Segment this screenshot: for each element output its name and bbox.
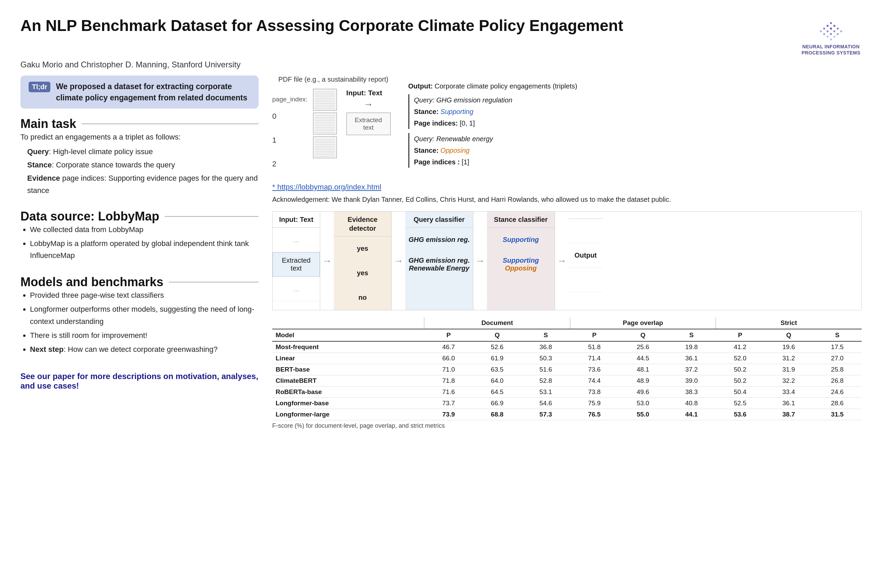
pipeline-input-col: Input: Text ... Extracted text <box>273 212 320 310</box>
col-model <box>272 317 424 329</box>
pipeline-stance-cells: Supporting Supporting Opposing <box>487 228 555 310</box>
col-header-page-s: S <box>667 329 716 341</box>
table-row: BERT-base71.063.551.673.648.137.250.231.… <box>272 364 862 375</box>
table-cell-0-9: 17.5 <box>813 341 862 353</box>
pipeline-evidence-col: Evidence detector yes yes no <box>334 212 392 310</box>
header-row: An NLP Benchmark Dataset for Assessing C… <box>20 16 862 56</box>
table-cell-1-4: 71.4 <box>570 353 619 364</box>
top-right-area: PDF file (e.g., a sustainability report)… <box>272 75 862 176</box>
query-text: : High-level climate policy issue <box>49 147 153 156</box>
table-cell-4-5: 49.6 <box>619 387 667 398</box>
table-cell-1-6: 36.1 <box>667 353 716 364</box>
query-ghg-1: GHG emission reg. <box>408 256 470 264</box>
table-cell-6-4: 76.5 <box>570 409 619 420</box>
table-row: Linear66.061.950.371.444.536.152.031.227… <box>272 353 862 364</box>
table-cell-0-1: 46.7 <box>424 341 473 353</box>
evidence-label: Evidence <box>27 174 60 182</box>
table-cell-2-4: 73.6 <box>570 364 619 375</box>
page-index-col: page_index: 0 1 2 <box>272 89 308 176</box>
table-caption: F-score (%) for document-level, page ove… <box>272 422 862 429</box>
svg-point-1 <box>826 25 829 27</box>
pipeline-query-col: Query classifier GHG emission reg. GHG e… <box>405 212 473 310</box>
table-cell-0-2: 52.6 <box>473 341 522 353</box>
table-cell-6-5: 55.0 <box>619 409 667 420</box>
output-item1-query-text: GHG emission regulation <box>435 96 513 104</box>
pipeline-query-row1: GHG emission reg. Renewable Energy <box>405 252 473 277</box>
pdf-page-1 <box>313 112 337 134</box>
pipeline-input-row2: ... <box>273 277 320 301</box>
table-cell-0-6: 19.8 <box>667 341 716 353</box>
table-cell-2-0: BERT-base <box>272 364 424 375</box>
stance-opposing-1: Opposing <box>505 264 537 272</box>
table-cell-5-4: 75.9 <box>570 398 619 409</box>
page-idx-2: 2 <box>272 152 308 176</box>
table-cell-4-1: 71.6 <box>424 387 473 398</box>
table-cell-5-1: 73.7 <box>424 398 473 409</box>
pipeline-diagram: Input: Text ... Extracted text <box>272 212 862 310</box>
pdf-page-2 <box>313 136 337 158</box>
output-item2-pages-label: Page indices : <box>414 158 460 166</box>
page-idx-1: 1 <box>272 128 308 152</box>
svg-point-12 <box>837 33 839 35</box>
table-cell-0-7: 41.2 <box>716 341 765 353</box>
svg-point-9 <box>840 30 842 32</box>
col-header-doc-s: S <box>521 329 570 341</box>
output-title: Output: Corporate climate policy engagem… <box>408 82 578 90</box>
models-item-2: Longformer outperforms other models, sug… <box>30 303 259 327</box>
col-group-strict: Strict <box>716 317 862 329</box>
pipeline-evidence-cells: yes yes no <box>334 237 392 310</box>
pipeline-query-row2 <box>405 277 473 301</box>
pipeline-evidence-header: Evidence detector <box>334 212 392 237</box>
pdf-pages: page_index: 0 1 2 Input: Text <box>272 89 395 176</box>
pipeline-input-row0: ... <box>273 228 320 252</box>
pipeline-input-row1: Extracted text <box>273 252 320 277</box>
evidence-text: page indices: Supporting evidence pages … <box>27 174 258 194</box>
models-section: Models and benchmarks Provided three pag… <box>20 275 259 357</box>
pdf-arrow: → <box>364 99 373 110</box>
pipeline-stance-row2 <box>487 277 555 301</box>
left-column: Tl;dr We proposed a dataset for extracti… <box>20 75 259 574</box>
results-table: Document Page overlap Strict Model P Q S… <box>272 317 862 420</box>
table-row: ClimateBERT71.864.052.874.448.939.050.23… <box>272 375 862 387</box>
nips-text-line2: PROCESSING SYSTEMS <box>801 50 860 56</box>
pipeline-extracted: Extracted text <box>282 256 310 272</box>
pipeline-arrow-3: → <box>473 255 487 266</box>
query-renewable-1: Renewable Energy <box>409 264 470 272</box>
svg-point-13 <box>826 36 829 38</box>
output-item1-query: Query: GHG emission regulation <box>414 94 578 106</box>
main-task-content: To predict an engagements a a triplet as… <box>20 131 259 196</box>
table-cell-5-9: 28.6 <box>813 398 862 409</box>
ack-link[interactable]: * https://lobbymap.org/index.html <box>272 183 862 192</box>
output-item2-stance: Stance: Opposing <box>414 145 578 156</box>
table-cell-5-0: Longformer-base <box>272 398 424 409</box>
pipeline-arrow-4: → <box>555 255 568 266</box>
pdf-input-label: Input: <box>346 89 366 97</box>
table-cell-5-2: 66.9 <box>473 398 522 409</box>
table-cell-3-8: 32.2 <box>764 375 813 387</box>
output-item2-stance-label: Stance: <box>414 147 439 154</box>
output-title-text: Corporate climate policy engagements (tr… <box>433 82 578 90</box>
main-task-section: Main task To predict an engagements a a … <box>20 117 259 198</box>
table-cell-1-7: 52.0 <box>716 353 765 364</box>
output-label: Output <box>574 252 597 259</box>
output-item1-pages: Page indices: [0, 1] <box>414 117 578 129</box>
table-cell-6-3: 57.3 <box>521 409 570 420</box>
table-cell-0-0: Most-frequent <box>272 341 424 353</box>
tldr-tag: Tl;dr <box>28 82 50 92</box>
table-cell-2-3: 51.6 <box>521 364 570 375</box>
table-cell-1-8: 31.2 <box>764 353 813 364</box>
pipeline-container: Input: Text ... Extracted text <box>272 212 862 310</box>
pdf-title: PDF file (e.g., a sustainability report) <box>278 75 388 83</box>
pipeline-input-header: Input: Text <box>273 212 320 228</box>
svg-point-7 <box>826 30 829 32</box>
pipeline-output-cells: Output <box>568 219 603 310</box>
pipeline-dots-2: ... <box>293 285 299 293</box>
pipeline-extracted-sub: text <box>282 264 310 272</box>
table-cell-6-8: 38.7 <box>764 409 813 420</box>
pipeline-input-value: Text <box>300 216 314 223</box>
page-idx-0: 0 <box>272 105 308 128</box>
svg-point-6 <box>820 30 822 32</box>
table-cell-6-9: 31.5 <box>813 409 862 420</box>
stance-supporting-1: Supporting <box>502 256 539 264</box>
pipeline-output-row0 <box>568 219 603 243</box>
